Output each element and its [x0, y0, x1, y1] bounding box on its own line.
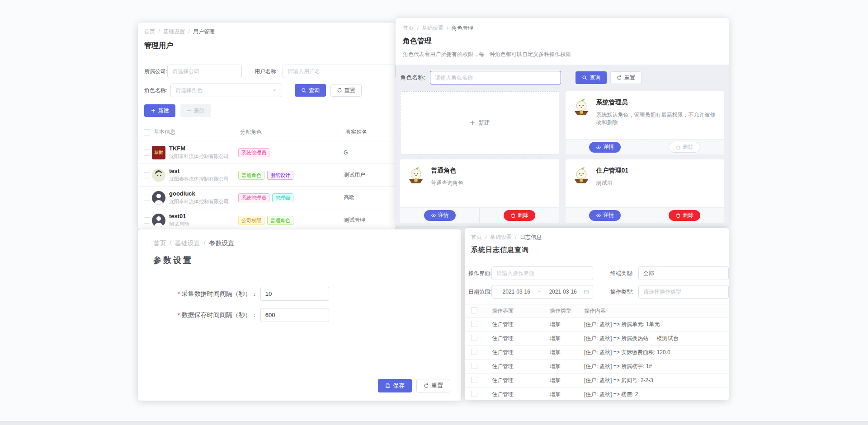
username: goodluck [169, 190, 229, 197]
row-checkbox[interactable] [471, 363, 477, 369]
role-description: 测试用 [596, 179, 629, 187]
select-all-checkbox[interactable] [471, 307, 477, 313]
detail-button[interactable]: 详情 [589, 210, 621, 221]
table-row[interactable]: 住户管理 增加 [住户: 孟秋] => 所属换热站: 一楼测试台 [465, 332, 729, 346]
chevron-down-icon [272, 88, 277, 93]
op-screen: 住户管理 [492, 391, 550, 398]
save-icon [385, 383, 391, 388]
real-name: 测试管理 [344, 216, 396, 224]
page-title: 系统日志信息查询 [471, 246, 722, 260]
table-row[interactable]: 住户管理 增加 [住户: 孟秋] => 房间号: 2-2-3 [465, 374, 729, 388]
row-checkbox[interactable] [471, 391, 477, 397]
op-type-placeholder: 请选择操作类型 [643, 288, 681, 296]
role-card: 系统管理员 系统默认角色，管理员拥有最高权限，不允许被修改和删除 详情 [566, 91, 725, 154]
user-management-panel: 首页基础设置用户管理 管理用户 所属公司: 请选择公司 用户名称: 角色名称: … [138, 23, 396, 229]
search-button[interactable]: 查询 [295, 84, 326, 97]
reset-button[interactable]: 重置 [610, 71, 642, 84]
detail-button[interactable]: 详情 [589, 142, 621, 153]
log-table-header: 操作界面 操作类型 操作内容 [465, 304, 729, 318]
create-user-button[interactable]: 新建 [144, 104, 175, 117]
select-all-checkbox[interactable] [144, 129, 150, 135]
row-checkbox[interactable] [144, 195, 150, 201]
breadcrumb-log-info: 日志信息 [512, 234, 542, 240]
date-range-picker[interactable]: 2021-03-16 ~ 2021-03-16 [491, 285, 593, 299]
company-select-placeholder: 请选择公司 [172, 68, 199, 75]
username-input[interactable] [283, 65, 396, 78]
terminal-type-select[interactable]: 全部 [638, 266, 729, 280]
role-tag: 系统管理员 [238, 148, 269, 157]
row-checkbox[interactable] [144, 149, 150, 156]
real-name: 测试用户 [344, 171, 396, 179]
role-name-label: 角色名称: [144, 87, 170, 94]
row-checkbox[interactable] [144, 217, 150, 224]
breadcrumb-home[interactable]: 首页 [403, 25, 414, 31]
table-row[interactable]: test01 测试启动 公司权限 普通角色 测试管理 [138, 209, 396, 229]
breadcrumb: 首页基础设置角色管理 [403, 24, 722, 32]
table-row[interactable]: test 沈阳泰科流体控制有限公司 普通角色 图纸设计 测试用户 [138, 164, 396, 187]
row-checkbox[interactable] [471, 321, 477, 327]
company-select[interactable]: 请选择公司 [167, 65, 242, 78]
company-label: 所属公司: [144, 68, 167, 75]
real-name: 高歌 [344, 194, 396, 201]
delete-button[interactable]: 删除 [669, 142, 700, 153]
op-type-label: 操作类型: [610, 288, 638, 296]
breadcrumb-basic-settings[interactable]: 基础设置 [482, 234, 512, 240]
table-row[interactable]: 恭财 TKFM 沈阳泰科流体控制有限公司 系统管理员 G [138, 141, 396, 164]
op-type: 增加 [550, 321, 584, 328]
row-checkbox[interactable] [144, 172, 150, 178]
breadcrumb: 首页基础设置参数设置 [153, 239, 448, 248]
date-separator: ~ [537, 289, 542, 295]
table-row[interactable]: 住户管理 增加 [住户: 孟秋] => 所属单元: 1单元 [465, 318, 729, 332]
role-select[interactable]: 请选择角色 [170, 84, 282, 97]
row-checkbox[interactable] [471, 335, 477, 341]
breadcrumb-basic-settings[interactable]: 基础设置 [414, 25, 443, 31]
delete-button[interactable]: 删除 [504, 210, 535, 221]
company: 沈阳泰科流体控制有限公司 [169, 153, 229, 160]
op-type-select[interactable]: 请选择操作类型 [638, 285, 729, 299]
detail-button[interactable]: 详情 [424, 210, 456, 221]
table-row[interactable]: 住户管理 增加 [住户: 孟秋] => 实际缴费面积: 120.0 [465, 346, 729, 360]
role-tag: 管理级 [272, 193, 293, 202]
op-screen: 住户管理 [492, 377, 550, 384]
row-checkbox[interactable] [471, 349, 477, 355]
role-tag: 图纸设计 [267, 171, 293, 180]
breadcrumb-home[interactable]: 首页 [471, 234, 482, 240]
terminal-type-label: 终端类型: [610, 270, 638, 277]
role-tag: 普通角色 [267, 216, 293, 225]
reset-button[interactable]: 重置 [416, 379, 450, 392]
screen-label: 操作界面: [468, 270, 491, 277]
breadcrumb-home[interactable]: 首页 [153, 239, 166, 247]
table-row[interactable]: 住户管理 增加 [住户: 孟秋] => 所属楼宇: 1# [465, 360, 729, 374]
collect-interval-input[interactable] [260, 287, 329, 301]
op-screen: 住户管理 [492, 349, 550, 356]
save-interval-input[interactable] [260, 308, 329, 322]
role-tag: 公司权限 [238, 216, 264, 225]
delete-button[interactable]: 删除 [669, 210, 700, 221]
breadcrumb-basic-settings[interactable]: 基础设置 [166, 239, 200, 247]
screen-input[interactable] [491, 266, 593, 280]
breadcrumb-basic-settings[interactable]: 基础设置 [155, 28, 185, 35]
delete-user-button[interactable]: 删除 [180, 104, 211, 117]
op-type: 增加 [550, 363, 584, 370]
breadcrumb-home[interactable]: 首页 [144, 28, 155, 35]
table-row[interactable]: 住户管理 增加 [住户: 孟秋] => 楼层: 2 [465, 388, 729, 400]
search-button[interactable]: 查询 [576, 71, 607, 84]
create-role-card[interactable]: 新建 [400, 91, 559, 154]
op-type: 增加 [550, 391, 584, 398]
save-button[interactable]: 保存 [378, 379, 412, 392]
role-card: 住户管理01 测试用 详情 删除 [566, 159, 725, 223]
row-checkbox[interactable] [471, 377, 477, 383]
role-description: 系统默认角色，管理员拥有最高权限，不允许被修改和删除 [596, 111, 718, 126]
username: test [169, 168, 229, 175]
reset-button[interactable]: 重置 [330, 84, 362, 97]
username: TKFM [169, 145, 229, 152]
table-row[interactable]: goodluck 沈阳泰科流体控制有限公司 系统管理员 管理级 高歌 [138, 187, 396, 209]
plus-icon [469, 120, 476, 126]
parameter-settings-panel: 首页基础设置参数设置 参数设置 采集数据时间间隔（秒）： 数据保存时间间隔（秒）… [138, 229, 461, 401]
role-name-input[interactable] [430, 71, 561, 84]
role-avatar-icon [406, 167, 425, 186]
role-card: 普通角色 普通查询角色 详情 删除 [400, 159, 559, 223]
eye-icon [431, 213, 436, 218]
op-screen: 住户管理 [492, 335, 550, 342]
op-type: 增加 [550, 377, 584, 384]
